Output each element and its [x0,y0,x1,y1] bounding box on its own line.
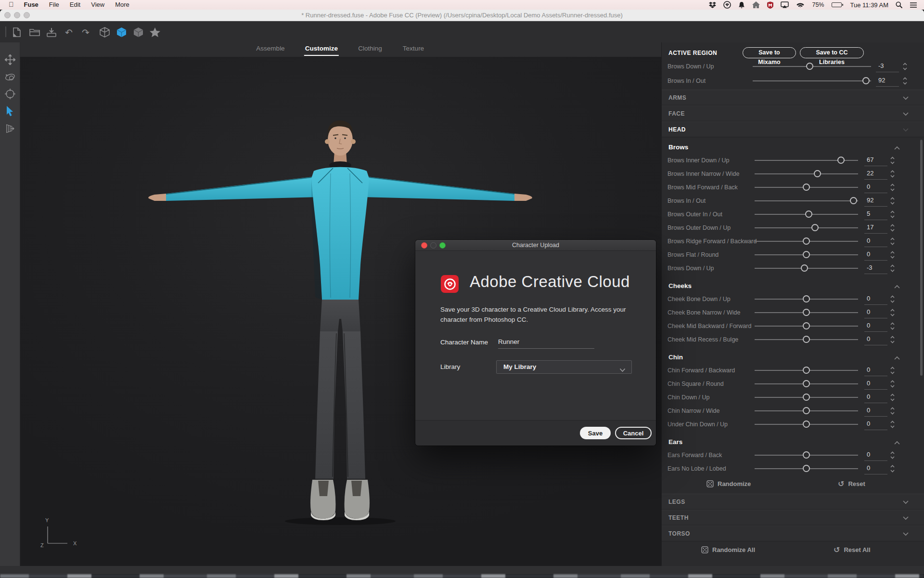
slider-knob[interactable] [803,394,810,401]
value-stepper[interactable] [890,237,895,248]
slider-value[interactable]: 5 [864,208,887,220]
value-stepper[interactable] [890,295,895,305]
slider-track[interactable] [755,173,858,174]
slider-knob[interactable] [803,295,810,302]
value-stepper[interactable] [902,77,908,87]
panel-subsection-ears[interactable]: Ears [662,436,924,448]
slider-value[interactable]: 92 [864,195,887,207]
airplay-icon[interactable] [781,1,789,8]
value-stepper[interactable] [890,210,895,221]
value-stepper[interactable] [890,407,895,417]
spotlight-search-icon[interactable] [896,1,902,8]
slider-knob[interactable] [806,63,813,70]
slider-value[interactable]: 92 [876,75,899,87]
home-icon[interactable] [752,1,760,8]
dialog-title-bar[interactable]: Character Upload [415,240,656,251]
slider-value[interactable]: 0 [864,181,887,193]
value-stepper[interactable] [890,366,895,377]
value-stepper[interactable] [890,250,895,261]
slider-track[interactable] [755,268,858,269]
slider-value[interactable]: 17 [864,222,887,234]
reset-all-button[interactable]: ↺Reset All [834,546,871,553]
value-stepper[interactable] [890,335,895,346]
tab-assemble[interactable]: Assemble [255,42,285,55]
slider-track[interactable] [755,326,858,327]
menu-view[interactable]: View [86,0,110,10]
slider-track[interactable] [755,214,858,215]
slider-value[interactable]: 22 [864,168,887,180]
redo-icon[interactable]: ↷ [80,27,91,38]
slider-track[interactable] [755,200,858,201]
slider-value[interactable]: 0 [864,418,887,430]
value-stepper[interactable] [890,183,895,194]
window-title-bar[interactable]: * Runner-dressed.fuse - Adobe Fuse CC (P… [0,10,924,21]
slider-value[interactable]: 0 [864,391,887,403]
library-select[interactable]: My Library [496,360,632,374]
value-stepper[interactable] [890,451,895,461]
value-stepper[interactable] [890,464,895,475]
value-stepper[interactable] [890,393,895,404]
tab-customize[interactable]: Customize [304,42,339,56]
cube-textured-icon[interactable] [133,27,143,38]
slider-track[interactable] [755,160,858,161]
slider-value[interactable]: 0 [864,405,887,417]
slider-knob[interactable] [814,170,821,177]
panel-section-legs[interactable]: LEGS [662,494,924,510]
wifi-icon[interactable] [796,2,805,8]
slider-knob[interactable] [803,451,810,459]
slider-knob[interactable] [803,322,810,329]
slider-track[interactable] [753,80,871,81]
slider-knob[interactable] [803,380,810,387]
slider-track[interactable] [755,383,858,384]
reset-button[interactable]: ↺Reset [838,480,865,487]
mcafee-shield-icon[interactable] [767,1,773,9]
bell-icon[interactable] [738,1,745,9]
select-cursor-tool-icon[interactable] [5,106,15,117]
slider-knob[interactable] [805,210,812,218]
value-stepper[interactable] [890,156,895,167]
import-icon[interactable] [46,27,57,38]
slider-value[interactable]: 0 [864,462,887,474]
slider-track[interactable] [755,241,858,242]
slider-track[interactable] [755,339,858,340]
cube-wireframe-icon[interactable] [99,27,110,38]
apple-menu-icon[interactable]:  [7,0,19,9]
save-to-cc-libraries-button[interactable]: Save to CC Libraries [800,47,864,58]
slider-knob[interactable] [837,157,845,164]
panel-section-arms[interactable]: ARMS [662,90,924,105]
slider-knob[interactable] [803,237,810,245]
cancel-button[interactable]: Cancel [615,427,652,439]
slider-track[interactable] [755,468,858,469]
slider-value[interactable]: -3 [864,262,887,274]
slider-value[interactable]: 0 [864,306,887,318]
slider-track[interactable] [755,424,858,425]
panel-subsection-cheeks[interactable]: Cheeks [662,280,924,292]
slider-track[interactable] [755,312,858,313]
undo-icon[interactable]: ↶ [64,27,74,38]
save-button[interactable]: Save [580,427,611,439]
menu-edit[interactable]: Edit [64,0,86,10]
slider-value[interactable]: 0 [864,378,887,390]
slider-knob[interactable] [803,465,810,472]
slider-knob[interactable] [862,77,870,84]
panel-scrollbar-thumb[interactable] [920,140,923,376]
notification-center-icon[interactable] [910,2,917,8]
slider-knob[interactable] [803,420,810,428]
menu-app[interactable]: Fuse [19,0,44,10]
save-to-mixamo-button[interactable]: Save to Mixamo [743,47,796,58]
slider-value[interactable]: 0 [864,320,887,332]
slider-value[interactable]: 0 [864,235,887,247]
character-name-input[interactable]: Runner [498,338,594,349]
slider-value[interactable]: 67 [864,154,887,166]
panel-section-head[interactable]: HEAD [662,121,924,137]
panel-subsection-brows[interactable]: Brows [662,141,924,154]
slider-knob[interactable] [803,336,810,343]
slider-value[interactable]: 0 [864,449,887,461]
randomize-button[interactable]: Randomize [706,480,751,487]
slider-value[interactable]: -3 [876,60,899,72]
creative-cloud-icon[interactable] [723,1,731,9]
slider-knob[interactable] [803,367,810,374]
cube-shaded-icon[interactable] [116,27,127,38]
panel-subsection-chin[interactable]: Chin [662,351,924,364]
open-folder-icon[interactable] [29,27,40,38]
